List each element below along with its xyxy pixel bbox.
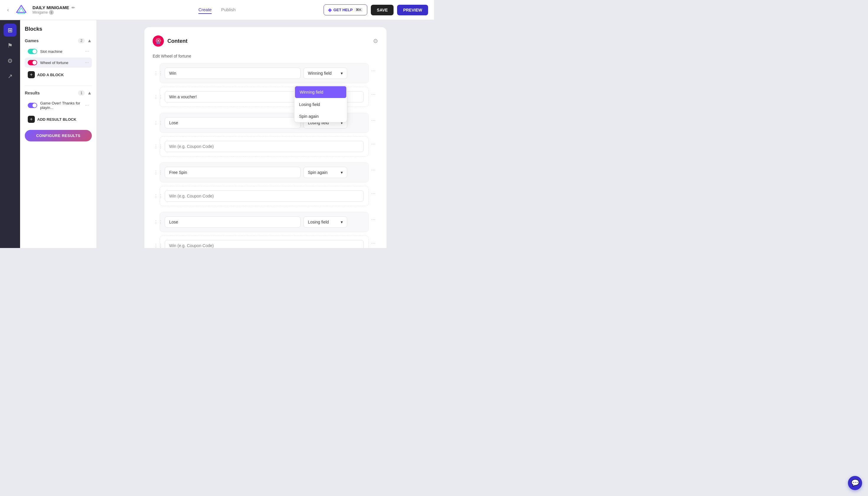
content-header: 🎡 Content ⚙ (153, 35, 378, 47)
tab-publish[interactable]: Publish (221, 6, 236, 14)
slot-machine-toggle[interactable] (28, 49, 37, 54)
drag-handle-lose-1-coupon[interactable]: ⋮⋮ (154, 144, 163, 150)
lose-1-coupon-input[interactable] (165, 141, 364, 152)
free-spin-dropdown-value: Spin again (308, 170, 327, 175)
app-subtitle: Minigame (32, 10, 48, 14)
wheel-item-lose-1-coupon: ⋮⋮ ··· (160, 136, 369, 156)
wheel-toggle[interactable] (28, 60, 37, 65)
results-chevron-icon[interactable]: ▲ (87, 90, 92, 96)
free-spin-row-menu[interactable]: ··· (371, 167, 375, 173)
drag-handle-free-spin-coupon[interactable]: ⋮⋮ (154, 193, 163, 199)
free-spin-coupon-input[interactable] (165, 190, 364, 202)
add-block-button[interactable]: + ADD A BLOCK (25, 69, 92, 81)
configure-results-button[interactable]: CONFIGURE RESULTS (25, 130, 92, 141)
lose-2-name-input[interactable] (165, 216, 300, 228)
games-count: 2 (78, 38, 85, 43)
dropdown-option-winning[interactable]: Winning field (295, 86, 346, 98)
wheel-item-win-1: ⋮⋮ Winning field ▾ Winning field Losing … (160, 63, 369, 83)
dropdown-option-losing[interactable]: Losing field (294, 98, 347, 110)
get-help-diamond-icon: ◆ (328, 7, 331, 13)
free-spin-dropdown[interactable]: Spin again ▾ (304, 167, 347, 178)
app-title: DAILY MINIGAME (32, 5, 69, 10)
lose-1-coupon-menu[interactable]: ··· (371, 141, 375, 147)
content-area: 🎡 Content ⚙ Edit Wheel of fortune ⋮⋮ Win… (97, 20, 434, 248)
chevron-down-icon-lose2: ▾ (341, 220, 343, 224)
sidebar-icon-settings[interactable]: ⚙ (3, 54, 17, 67)
wheel-item-free-spin: ⋮⋮ Spin again ▾ ··· (160, 162, 369, 183)
drag-handle-lose-2[interactable]: ⋮⋮ (154, 219, 163, 225)
results-label: Results (25, 91, 40, 95)
lose-2-dropdown[interactable]: Losing field ▾ (304, 216, 347, 228)
chevron-down-icon-win1: ▾ (341, 71, 343, 76)
content-title-wrap: 🎡 Content (153, 35, 187, 47)
info-icon[interactable]: i (49, 10, 54, 15)
chevron-down-icon-free-spin: ▾ (341, 170, 343, 175)
tab-create[interactable]: Create (198, 6, 212, 14)
lose-1-row-menu[interactable]: ··· (371, 117, 375, 123)
edit-label: Edit Wheel of fortune (153, 54, 378, 59)
wheel-menu-icon[interactable]: ··· (85, 60, 89, 65)
edit-title-icon[interactable]: ✏ (72, 5, 75, 10)
drag-handle-voucher[interactable]: ⋮⋮ (154, 94, 163, 100)
save-button[interactable]: SAVE (371, 5, 393, 15)
wheel-item-lose-2: ⋮⋮ Losing field ▾ ··· (160, 212, 369, 232)
sidebar-icon-share[interactable]: ↗ (3, 70, 17, 83)
drag-handle-lose-1[interactable]: ⋮⋮ (154, 120, 163, 126)
nav-title-section: DAILY MINIGAME ✏ Minigame i (32, 5, 319, 15)
dropdown-option-spin-again[interactable]: Spin again (294, 110, 347, 122)
back-button[interactable]: ‹ (6, 5, 10, 14)
free-spin-name-input[interactable] (165, 167, 300, 178)
wheel-item-free-spin-coupon: ⋮⋮ ··· (160, 186, 369, 206)
get-help-button[interactable]: ◆ GET HELP ⌘K (324, 4, 367, 15)
lose-2-row-menu[interactable]: ··· (371, 216, 375, 222)
toggle-thumb (32, 49, 36, 53)
add-result-icon: + (28, 116, 35, 123)
block-item-wheel-of-fortune[interactable]: Wheel of fortune ··· (25, 58, 92, 67)
sidebar-icon-flag[interactable]: ⚑ (3, 39, 17, 52)
blocks-title: Blocks (25, 26, 92, 32)
win-1-row-menu[interactable]: ··· (371, 67, 375, 74)
lose-2-coupon-menu[interactable]: ··· (371, 240, 375, 246)
game-over-menu-icon[interactable]: ··· (85, 103, 89, 108)
lose-2-dropdown-value: Losing field (308, 220, 329, 224)
blocks-panel: Blocks Games 2 ▲ Slot machine ··· Wheel … (20, 20, 97, 248)
win-1-dropdown-overlay: Winning field Losing field Spin again (294, 85, 347, 123)
nav-actions: ◆ GET HELP ⌘K SAVE PREVIEW (324, 4, 428, 15)
games-section-header: Games 2 ▲ (25, 38, 92, 43)
wheel-item-lose-2-coupon: ⋮⋮ ··· (160, 236, 369, 248)
game-over-name: Game Over! Thanks for playin... (40, 101, 82, 110)
main-layout: ⊞ ⚑ ⚙ ↗ Blocks Games 2 ▲ Slot machine ··… (0, 20, 434, 248)
win-1-dropdown[interactable]: Winning field ▾ (304, 67, 347, 79)
app-logo (15, 3, 28, 17)
win-1-name-input[interactable] (165, 67, 300, 79)
block-item-slot-machine[interactable]: Slot machine ··· (25, 46, 92, 57)
svg-marker-0 (17, 5, 26, 12)
free-spin-top-row: Spin again ▾ (165, 167, 364, 178)
win-1-top-row: Winning field ▾ Winning field Losing fie… (165, 67, 364, 79)
lose-2-coupon-input[interactable] (165, 240, 364, 248)
wheel-name: Wheel of fortune (40, 61, 82, 65)
voucher-row-menu[interactable]: ··· (371, 91, 375, 97)
add-block-label: ADD A BLOCK (37, 73, 64, 77)
games-label: Games (25, 38, 39, 43)
section-divider (25, 85, 92, 86)
add-block-icon: + (28, 71, 35, 78)
free-spin-coupon-menu[interactable]: ··· (371, 190, 375, 197)
drag-handle-win-1[interactable]: ⋮⋮ (154, 71, 163, 76)
preview-button[interactable]: PREVIEW (397, 5, 428, 15)
sidebar-icon-blocks[interactable]: ⊞ (3, 24, 17, 36)
results-section-header: Results 1 ▲ (25, 90, 92, 96)
slot-machine-menu-icon[interactable]: ··· (85, 49, 89, 54)
content-card: 🎡 Content ⚙ Edit Wheel of fortune ⋮⋮ Win… (144, 27, 386, 248)
game-over-toggle[interactable] (28, 103, 37, 108)
drag-handle-free-spin[interactable]: ⋮⋮ (154, 170, 163, 175)
games-chevron-icon[interactable]: ▲ (87, 38, 92, 43)
content-settings-icon[interactable]: ⚙ (373, 37, 378, 45)
block-item-game-over[interactable]: Game Over! Thanks for playin... ··· (25, 98, 92, 112)
content-title: Content (167, 38, 187, 44)
drag-handle-lose-2-coupon[interactable]: ⋮⋮ (154, 243, 163, 248)
add-result-block-button[interactable]: + ADD RESULT BLOCK (25, 113, 92, 125)
nav-tabs: Create Publish (198, 6, 236, 14)
lose-1-name-input[interactable] (165, 117, 300, 128)
win-1-dropdown-value: Winning field (308, 71, 331, 76)
